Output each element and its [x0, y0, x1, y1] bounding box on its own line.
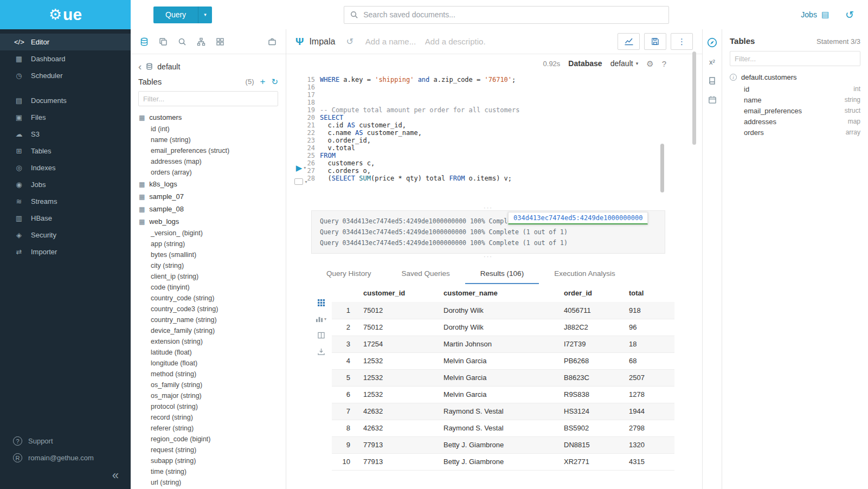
- table-item-web-logs[interactable]: ▦web_logs: [131, 215, 286, 228]
- assist-filter-input[interactable]: [730, 51, 860, 66]
- database-name[interactable]: default: [157, 62, 180, 71]
- result-row[interactable]: 612532Melvin GarciaR9S8381278: [332, 386, 674, 403]
- tab-saved-queries[interactable]: Saved Queries: [387, 263, 465, 284]
- result-row[interactable]: 742632Raymond S. VestalHS31241944: [332, 403, 674, 420]
- resize-handle-top[interactable]: ···: [311, 205, 665, 210]
- column-item[interactable]: longitude (float): [131, 358, 286, 369]
- sidebar-collapse-button[interactable]: «: [0, 466, 131, 487]
- column-item[interactable]: request (string): [131, 445, 286, 455]
- sidebar-item-dashboard[interactable]: ▦Dashboard: [0, 50, 131, 67]
- table-item-k8s-logs[interactable]: ▦k8s_logs: [131, 178, 286, 190]
- apps-source-icon[interactable]: [216, 37, 224, 46]
- query-name-input[interactable]: [365, 37, 420, 46]
- column-item[interactable]: os_family (string): [131, 379, 286, 390]
- result-row[interactable]: 317254Martin JohnsonI72T3918: [332, 336, 674, 352]
- grid-view-icon[interactable]: [318, 299, 325, 306]
- sidebar-item-security[interactable]: ◈Security: [0, 227, 131, 243]
- hue-logo[interactable]: ⚙ ue: [0, 0, 131, 29]
- column-item[interactable]: country_code (string): [131, 293, 286, 304]
- sidebar-item-s3[interactable]: ☁S3: [0, 126, 131, 143]
- snippet-type-button[interactable]: ▾: [294, 178, 307, 185]
- table-item-sample-07[interactable]: ▦sample_07: [131, 190, 286, 203]
- resize-handle-bottom[interactable]: ···: [311, 254, 665, 259]
- functions-icon[interactable]: x²: [709, 58, 715, 66]
- sidebar-item-indexes[interactable]: ◎Indexes: [0, 159, 131, 176]
- database-source-icon[interactable]: [140, 37, 149, 46]
- assist-table-row[interactable]: i default.customers: [730, 73, 860, 81]
- assist-column-orders[interactable]: ordersarray: [730, 127, 860, 138]
- database-select[interactable]: default ▾: [610, 59, 639, 68]
- sitemap-source-icon[interactable]: [197, 37, 205, 46]
- result-row[interactable]: 175012Dorothy Wilk4056711918: [332, 302, 674, 319]
- tables-filter-input[interactable]: [138, 91, 278, 106]
- column-item[interactable]: email_preferences (struct): [131, 145, 286, 156]
- assist-column-name[interactable]: namestring: [730, 94, 860, 105]
- column-item[interactable]: country_code3 (string): [131, 304, 286, 314]
- sidebar-item-support[interactable]: ? Support: [0, 433, 131, 449]
- result-row[interactable]: 512532Melvin GarciaB8623C2507: [332, 369, 674, 386]
- column-item[interactable]: addresses (map): [131, 156, 286, 167]
- download-icon[interactable]: [318, 348, 325, 355]
- execute-button[interactable]: ▶▾: [296, 164, 306, 172]
- editor-scrollbar[interactable]: [660, 144, 664, 192]
- column-item[interactable]: name (string): [131, 134, 286, 145]
- search-input[interactable]: [363, 10, 663, 19]
- column-item[interactable]: record (string): [131, 412, 286, 423]
- sidebar-item-scheduler[interactable]: ◷Scheduler: [0, 67, 131, 84]
- chart-button[interactable]: [618, 33, 640, 50]
- result-row[interactable]: 1077913Betty J. GiambroneXR27714315: [332, 453, 674, 470]
- assist-column-id[interactable]: idint: [730, 83, 860, 94]
- column-item[interactable]: latitude (float): [131, 347, 286, 358]
- sidebar-item-importer[interactable]: ⇄Importer: [0, 243, 131, 260]
- sidebar-item-documents[interactable]: ▤Documents: [0, 92, 131, 109]
- column-item[interactable]: country_name (string): [131, 314, 286, 325]
- query-history-icon[interactable]: ↺: [845, 10, 854, 20]
- column-item[interactable]: protocol (string): [131, 401, 286, 412]
- table-item-customers[interactable]: ▦customers: [131, 111, 286, 124]
- language-reference-icon[interactable]: [708, 76, 716, 85]
- settings-gear-icon[interactable]: ⚙: [646, 60, 653, 68]
- result-row[interactable]: 412532Melvin GarciaPB626868: [332, 352, 674, 369]
- sidebar-item-jobs[interactable]: ◉Jobs: [0, 176, 131, 193]
- briefcase-icon[interactable]: [268, 37, 277, 46]
- tab-results-106[interactable]: Results (106): [465, 263, 539, 284]
- sidebar-item-tables[interactable]: ⊞Tables: [0, 143, 131, 159]
- column-item[interactable]: device_family (string): [131, 325, 286, 336]
- help-icon[interactable]: ?: [662, 60, 666, 68]
- save-button[interactable]: [644, 33, 666, 50]
- refresh-icon[interactable]: ↻: [271, 78, 278, 86]
- jobs-link[interactable]: Jobs ▤: [801, 10, 829, 20]
- table-item-sample-08[interactable]: ▦sample_08: [131, 203, 286, 215]
- column-item[interactable]: region_code (bigint): [131, 434, 286, 445]
- column-item[interactable]: _version_ (bigint): [131, 228, 286, 239]
- result-row[interactable]: 842632Raymond S. VestalBS59022798: [332, 420, 674, 436]
- column-item[interactable]: time (string): [131, 466, 286, 477]
- column-item[interactable]: method (string): [131, 369, 286, 379]
- chart-view-icon[interactable]: ▾: [316, 316, 326, 323]
- search-source-icon[interactable]: [178, 37, 187, 46]
- column-item[interactable]: city (string): [131, 260, 286, 271]
- column-item[interactable]: code (tinyint): [131, 282, 286, 293]
- tab-execution-analysis[interactable]: Execution Analysis: [539, 263, 631, 284]
- sidebar-item-user[interactable]: R romain@gethue.com: [0, 449, 131, 466]
- page-scrollbar[interactable]: [692, 52, 696, 145]
- sidebar-item-editor[interactable]: </>Editor: [0, 34, 131, 50]
- assistant-compass-icon[interactable]: [707, 37, 717, 48]
- column-item[interactable]: extension (string): [131, 336, 286, 347]
- result-row[interactable]: 275012Dorothy WilkJ882C296: [332, 319, 674, 336]
- query-description-input[interactable]: [425, 37, 486, 46]
- assist-column-addresses[interactable]: addressesmap: [730, 116, 860, 127]
- column-item[interactable]: orders (array): [131, 167, 286, 178]
- column-item[interactable]: referer (string): [131, 423, 286, 434]
- query-id-tooltip[interactable]: 034d413ec7474ed5:4249de1000000000: [508, 212, 648, 224]
- column-item[interactable]: url (string): [131, 477, 286, 488]
- assist-column-email-preferences[interactable]: email_preferencesstruct: [730, 105, 860, 116]
- schedule-icon[interactable]: [708, 95, 717, 104]
- sql-editor[interactable]: 15WHERE a.key = 'shipping' and a.zip_cod…: [286, 73, 702, 205]
- column-item[interactable]: app (string): [131, 239, 286, 249]
- add-table-icon[interactable]: +: [260, 77, 265, 86]
- column-item[interactable]: bytes (smallint): [131, 249, 286, 260]
- more-actions-button[interactable]: ⋮: [671, 33, 693, 50]
- documents-source-icon[interactable]: [159, 37, 168, 46]
- new-query-button[interactable]: Query: [153, 7, 198, 23]
